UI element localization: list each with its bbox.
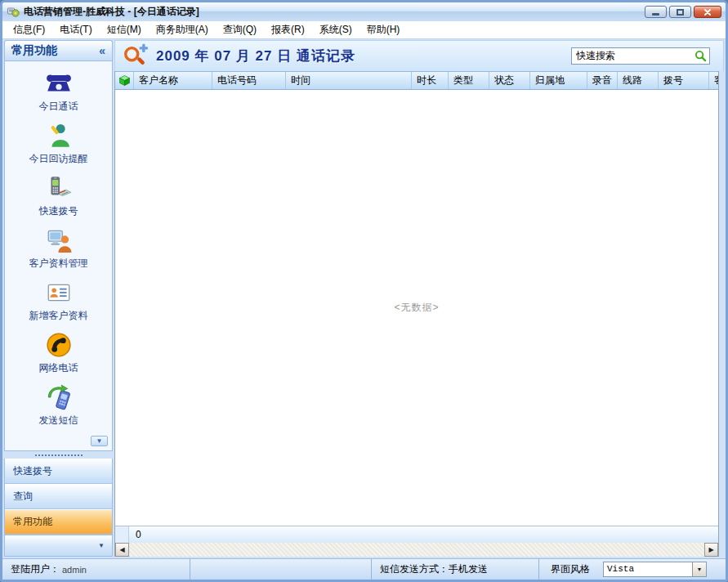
quick-search-input[interactable] [571, 47, 710, 65]
column-row-indicator[interactable] [115, 72, 134, 89]
sidebar-item-add-customer[interactable]: 新增客户资料 [29, 279, 88, 323]
scroll-left-button[interactable]: ◀ [115, 543, 129, 557]
sidebar-item-speed-dial[interactable]: 快速拨号 [39, 174, 78, 218]
sidebar-title: 常用功能 [11, 43, 99, 58]
splitter-grip-icon [35, 454, 83, 456]
content-area: 常用功能 « 今日通话 [2, 39, 726, 558]
scrollbar-track[interactable] [129, 543, 704, 557]
sidebar: 常用功能 « 今日通话 [4, 40, 113, 557]
column-customer-partial[interactable]: 客 [709, 72, 718, 89]
sidebar-item-label: 网络电话 [39, 361, 78, 375]
menu-report[interactable]: 报表(R) [264, 21, 312, 38]
sidebar-more-button[interactable]: ▼ [91, 436, 108, 446]
sidebar-item-customer-management[interactable]: 客户资料管理 [29, 226, 88, 271]
footer-indicator-cell [115, 526, 129, 543]
sidebar-collapse-button[interactable]: « [99, 44, 105, 57]
ui-style-label: 界面风格 [551, 562, 590, 576]
column-status[interactable]: 状态 [489, 72, 530, 89]
close-button[interactable] [694, 6, 721, 18]
sidebar-nav-common-functions[interactable]: 常用功能 [5, 509, 112, 535]
speed-dial-icon [45, 174, 73, 202]
scroll-left-icon: ◀ [119, 546, 124, 553]
sidebar-bottom-strip: ▼ [4, 535, 113, 557]
sidebar-item-label: 快速拨号 [39, 204, 78, 218]
sidebar-item-label: 新增客户资料 [29, 309, 88, 323]
status-sms-mode: 短信发送方式：手机发送 [372, 559, 539, 580]
voip-icon [45, 331, 73, 359]
sidebar-item-today-calls[interactable]: 今日通话 [39, 69, 78, 114]
login-user: admin [62, 565, 87, 575]
today-call-icon [45, 69, 73, 97]
minimize-button[interactable] [645, 6, 667, 18]
column-duration[interactable]: 时长 [412, 72, 449, 89]
customer-management-icon [45, 226, 73, 254]
status-login: 登陆用户： admin [2, 559, 190, 580]
status-bar: 登陆用户： admin 短信发送方式：手机发送 界面风格 Vista ▼ [2, 558, 726, 580]
maximize-button[interactable] [669, 6, 691, 18]
app-window: 电话营销管理-胜威科技 - [今日通话记录] 信息(F) 电话(T) 短信(M)… [0, 0, 728, 582]
menu-system[interactable]: 系统(S) [312, 21, 360, 38]
sidebar-item-voip[interactable]: 网络电话 [39, 331, 78, 375]
main-area: 2009 年 07 月 27 日 通话记录 [114, 40, 724, 557]
window-title: 电话营销管理-胜威科技 - [今日通话记录] [24, 5, 641, 19]
close-icon [703, 8, 712, 16]
column-dial[interactable]: 拨号 [659, 72, 709, 89]
add-customer-icon [45, 279, 73, 307]
column-line[interactable]: 线路 [618, 72, 659, 89]
column-recording[interactable]: 录音 [587, 72, 618, 89]
menu-phone[interactable]: 电话(T) [52, 21, 99, 38]
column-customer-name[interactable]: 客户名称 [134, 72, 212, 89]
green-cube-icon [119, 75, 130, 86]
callback-reminder-icon [45, 122, 73, 150]
call-record-grid: 客户名称 电话号码 时间 时长 类型 状态 归属地 录音 线路 拨号 客 <无数… [114, 71, 719, 557]
configure-buttons-chevron[interactable]: ▼ [98, 542, 105, 549]
sidebar-nav-speed-dial[interactable]: 快速拨号 [5, 459, 112, 484]
page-title: 2009 年 07 月 27 日 通话记录 [156, 47, 355, 65]
menu-query[interactable]: 查询(Q) [216, 21, 264, 38]
column-time[interactable]: 时间 [286, 72, 412, 89]
menu-sms[interactable]: 短信(M) [100, 21, 149, 38]
combo-dropdown-button[interactable]: ▼ [692, 562, 706, 576]
sidebar-item-label: 发送短信 [39, 414, 78, 428]
status-spacer [190, 559, 372, 580]
chevron-down-icon: ▼ [697, 566, 703, 572]
empty-data-text: <无数据> [394, 301, 439, 315]
sidebar-item-label: 客户资料管理 [29, 257, 88, 271]
sidebar-nav-query[interactable]: 查询 [5, 484, 112, 509]
chevron-down-icon: ▼ [96, 437, 103, 445]
sidebar-header: 常用功能 « [4, 40, 113, 60]
menu-bar: 信息(F) 电话(T) 短信(M) 商务助理(A) 查询(Q) 报表(R) 系统… [2, 21, 726, 39]
menu-help[interactable]: 帮助(H) [360, 21, 408, 38]
minimize-icon [652, 13, 659, 16]
sidebar-splitter[interactable] [4, 451, 113, 459]
sidebar-item-label: 今日回访提醒 [29, 152, 88, 166]
send-sms-icon [45, 383, 73, 411]
horizontal-scrollbar: ◀ ▶ [115, 543, 718, 557]
sidebar-icon-panel: 今日通话 今日回访提醒 [4, 60, 113, 451]
status-ui-style: 界面风格 Vista ▼ [539, 559, 726, 580]
column-type[interactable]: 类型 [449, 72, 489, 89]
sidebar-item-callback-reminder[interactable]: 今日回访提醒 [29, 122, 88, 166]
record-count: 0 [136, 529, 141, 540]
maximize-icon [677, 9, 684, 16]
grid-header: 客户名称 电话号码 时间 时长 类型 状态 归属地 录音 线路 拨号 客 [115, 71, 718, 90]
search-icon[interactable] [695, 50, 707, 62]
menu-business-assistant[interactable]: 商务助理(A) [149, 21, 216, 38]
menu-info[interactable]: 信息(F) [6, 21, 52, 38]
sidebar-nav: 快速拨号 查询 常用功能 [4, 459, 113, 535]
app-icon [7, 6, 20, 19]
scroll-right-icon: ▶ [708, 546, 713, 553]
grid-footer: 0 [115, 526, 718, 543]
column-phone-number[interactable]: 电话号码 [212, 72, 286, 89]
scroll-right-button[interactable]: ▶ [704, 543, 718, 557]
title-bar: 电话营销管理-胜威科技 - [今日通话记录] [2, 2, 726, 21]
ui-style-select[interactable]: Vista ▼ [603, 562, 707, 577]
ui-style-value: Vista [604, 562, 692, 576]
quick-search [571, 47, 710, 65]
sidebar-item-send-sms[interactable]: 发送短信 [39, 383, 78, 428]
search-plus-icon [122, 43, 148, 69]
main-header: 2009 年 07 月 27 日 通话记录 [114, 40, 724, 71]
grid-body: <无数据> [115, 90, 718, 526]
column-location[interactable]: 归属地 [530, 72, 587, 89]
login-label: 登陆用户： [11, 562, 60, 576]
